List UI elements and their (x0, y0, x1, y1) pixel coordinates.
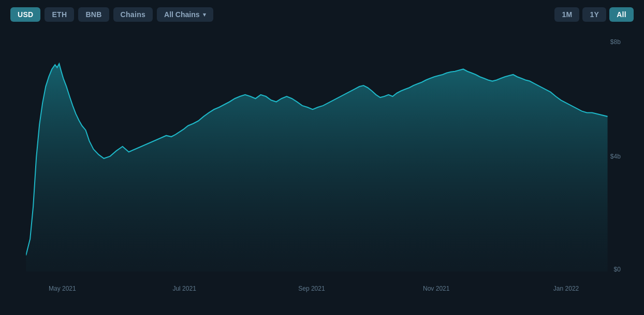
x-label-nov2021: Nov 2021 (423, 285, 450, 292)
toolbar-left: USD ETH BNB Chains All Chains ▾ (10, 7, 213, 22)
usd-button[interactable]: USD (10, 7, 40, 22)
x-label-may2021: May 2021 (49, 285, 76, 292)
x-label-sep2021: Sep 2021 (298, 285, 325, 292)
chart-svg: $8b $4b $0 May 2021 Jul 2021 Sep 2021 No… (10, 32, 634, 310)
chevron-down-icon: ▾ (203, 11, 206, 18)
all-chains-label: All Chains (164, 10, 199, 19)
x-label-jul2021: Jul 2021 (172, 285, 196, 292)
1y-button[interactable]: 1Y (582, 7, 606, 22)
eth-button[interactable]: ETH (45, 7, 74, 22)
all-chains-dropdown[interactable]: All Chains ▾ (157, 7, 213, 22)
y-label-0: $0 (614, 266, 621, 273)
chart-container: $8b $4b $0 May 2021 Jul 2021 Sep 2021 No… (0, 27, 644, 315)
chains-button[interactable]: Chains (113, 7, 153, 22)
all-button[interactable]: All (609, 7, 634, 22)
toolbar-right: 1M 1Y All (554, 7, 634, 22)
bnb-button[interactable]: BNB (78, 7, 109, 22)
x-label-jan2022: Jan 2022 (553, 285, 579, 292)
y-label-4b: $4b (610, 153, 621, 160)
toolbar: USD ETH BNB Chains All Chains ▾ 1M 1Y Al… (0, 0, 644, 27)
1m-button[interactable]: 1M (554, 7, 579, 22)
y-label-8b: $8b (610, 38, 621, 46)
